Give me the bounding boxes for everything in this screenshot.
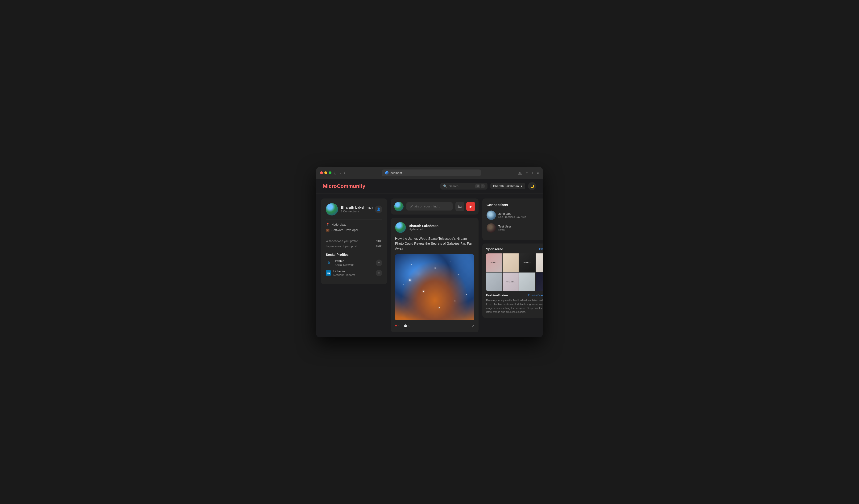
star-5: [423, 291, 424, 292]
user-menu[interactable]: Bharath Lakshman ▾: [490, 183, 525, 189]
divider-1: [326, 219, 382, 219]
url-text: localhost: [390, 171, 402, 175]
back-icon[interactable]: ‹: [344, 171, 345, 175]
sponsored-card: Sponsored Create Ad CHANEL C: [482, 244, 543, 318]
minimize-button[interactable]: [325, 171, 327, 174]
ad-cell-3: CHANEL: [519, 254, 535, 272]
twitter-social-left: 𝕏 Twitter Social Network: [326, 259, 353, 266]
cmd-key: ⌘: [475, 184, 480, 188]
share-button[interactable]: ↗: [471, 324, 474, 328]
ad-cell-4: [536, 254, 543, 272]
avatar-image: [326, 203, 338, 215]
navbar: MicroCommunity 🔍 ⌘ K Bharath Lakshman ▾ …: [316, 179, 543, 194]
star-6: [454, 301, 455, 301]
post-avatar-image: [395, 222, 406, 233]
john-doe-location: San Francisco Bay Area: [498, 215, 542, 218]
ad-brand-url[interactable]: FashionFusion.shop: [528, 294, 543, 296]
profile-views-row: Who's viewed your profile 9188: [326, 239, 382, 244]
ad-brand-name: FashionFusion: [486, 293, 508, 297]
ad-cell-6: CHANEL: [502, 273, 518, 291]
left-sidebar: Bharath Lakshman 2 Connections 👤 📍 Hyder…: [321, 198, 387, 332]
ad-cell-5: [486, 273, 502, 291]
test-user-location: Noida: [498, 228, 542, 231]
create-ad-link[interactable]: Create Ad: [539, 247, 543, 251]
feed-column: 🖼 ▶ Bharath Lakshman: [391, 198, 479, 332]
ad-cell-7: [519, 273, 535, 291]
keyboard-shortcut-hint: ⌘ K: [475, 184, 485, 188]
linkedin-social-left: in Linkedin Network Platform: [326, 270, 355, 277]
star-3: [451, 261, 451, 261]
image-icon: 🖼: [458, 204, 462, 209]
search-icon: 🔍: [443, 184, 447, 188]
compose-input[interactable]: [406, 202, 453, 211]
ad-description: Elevate your style with FashionFusion's …: [486, 299, 543, 314]
add-tab-icon[interactable]: +: [531, 171, 533, 175]
chanel-label-3: CHANEL: [523, 262, 531, 263]
compose-actions: 🖼 ▶: [455, 202, 475, 211]
edit-profile-button[interactable]: 👤: [375, 205, 382, 213]
social-profiles-title: Social Profiles: [326, 253, 382, 257]
profile-views-label: Who's viewed your profile: [326, 240, 358, 243]
dropdown-arrow: ▾: [521, 184, 522, 188]
main-layout: Bharath Lakshman 2 Connections 👤 📍 Hyder…: [316, 194, 543, 337]
search-input[interactable]: [449, 184, 473, 188]
profile-text: Bharath Lakshman 2 Connections: [341, 205, 373, 213]
test-user-info: Test User Noida: [498, 225, 542, 231]
post-image: [395, 254, 474, 320]
post-submit-button[interactable]: ▶: [466, 202, 475, 211]
linkedin-name: Linkedin: [333, 270, 355, 273]
moon-icon: 🌙: [530, 184, 534, 188]
media-upload-button[interactable]: 🖼: [455, 202, 464, 211]
linkedin-edit-button[interactable]: ✏: [376, 270, 382, 276]
twitter-info: Twitter Social Network: [335, 259, 353, 266]
search-bar[interactable]: 🔍 ⌘ K: [440, 183, 487, 189]
address-bar-left: localhost: [385, 171, 402, 175]
window-icon: ⬚: [334, 171, 337, 175]
ad-image-5: [486, 273, 502, 291]
test-avatar-image: [486, 223, 496, 233]
maximize-button[interactable]: [329, 171, 331, 174]
star-10: [444, 271, 444, 271]
menu-dots: ⋯: [474, 171, 478, 175]
connections-card: Connections John Doe San Francisco Bay A…: [482, 198, 543, 240]
likes-count: 1: [398, 324, 400, 328]
impressions-row: Impressions of your post 8785: [326, 244, 382, 249]
share-icon[interactable]: ⬆: [526, 171, 528, 175]
linkedin-icon: in: [326, 270, 331, 276]
job-item: 💼 Software Developer: [326, 228, 382, 232]
sponsored-header: Sponsored Create Ad: [486, 247, 543, 251]
john-avatar-image: [486, 211, 496, 220]
twitter-edit-button[interactable]: ✏: [376, 260, 382, 266]
post-title: How the James Webb Space Telescope's Nir…: [395, 236, 474, 251]
browser-chrome: ⬚ ⌄ ‹ localhost ⋯ JS ⬆ + ⧉: [316, 167, 543, 179]
connections-title: Connections: [486, 203, 543, 207]
profile-card: Bharath Lakshman 2 Connections 👤 📍 Hyder…: [321, 198, 387, 284]
star-2: [435, 268, 436, 269]
linkedin-platform: Network Platform: [333, 273, 355, 277]
address-bar[interactable]: localhost ⋯: [382, 169, 481, 176]
connections-count: 2 Connections: [341, 210, 373, 213]
theme-toggle-button[interactable]: 🌙: [528, 182, 536, 190]
star-8: [403, 284, 404, 285]
location-icon: 📍: [326, 223, 330, 226]
browser-controls: ⬚ ⌄ ‹: [334, 171, 345, 175]
heart-icon: ♥: [395, 324, 397, 328]
star-11: [466, 294, 467, 295]
profile-name: Bharath Lakshman: [341, 205, 373, 209]
ad-image-grid: CHANEL CHANEL: [486, 254, 543, 291]
location-item: 📍 Hyderabad: [326, 223, 382, 226]
send-icon: ▶: [470, 204, 472, 209]
compose-card: 🖼 ▶: [391, 198, 479, 215]
globe-icon: [385, 171, 389, 174]
location-text: Hyderabad: [331, 223, 347, 226]
close-button[interactable]: [320, 171, 323, 174]
profile-info: Bharath Lakshman 2 Connections: [326, 203, 373, 215]
post-author-info: Bharath Lakshman Hyderabad: [409, 224, 438, 231]
copy-tab-icon[interactable]: ⧉: [537, 171, 539, 175]
comment-button[interactable]: 💬 0: [404, 324, 410, 328]
ad-cell-8: [536, 273, 543, 291]
connection-item-test: Test User Noida 👤: [486, 223, 543, 233]
nav-right: 🔍 ⌘ K Bharath Lakshman ▾ 🌙: [440, 182, 536, 190]
brand-logo[interactable]: MicroCommunity: [323, 183, 365, 189]
like-button[interactable]: ♥ 1: [395, 324, 400, 328]
